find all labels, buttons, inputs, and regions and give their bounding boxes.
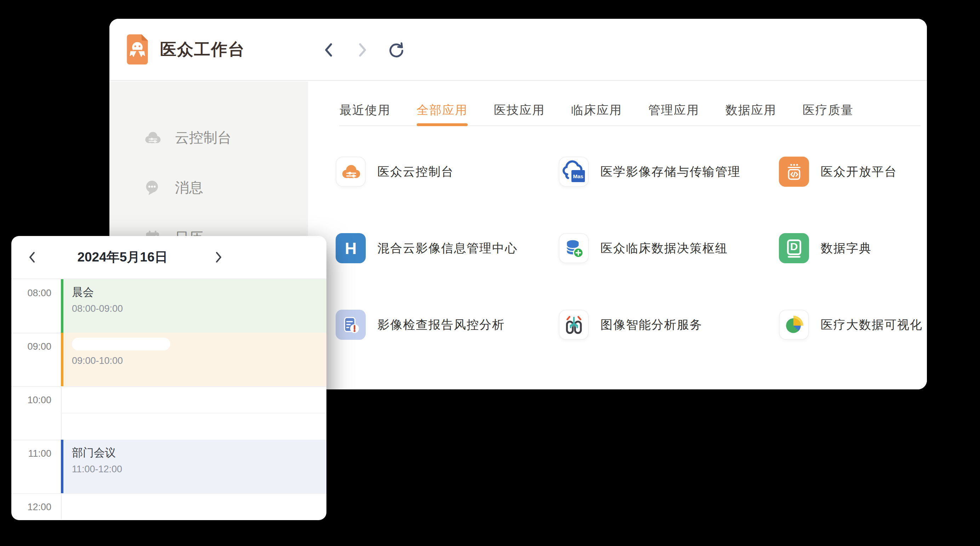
code-window-icon bbox=[779, 156, 809, 187]
dictionary-book-icon: D bbox=[779, 233, 809, 263]
app-label: 医众开放平台 bbox=[821, 164, 897, 180]
app-logo-icon bbox=[127, 34, 148, 64]
tab-label: 医疗质量 bbox=[803, 102, 854, 118]
sidebar-item-cloud-console[interactable]: 云控制台 bbox=[110, 113, 308, 163]
lungs-icon bbox=[559, 310, 589, 340]
main-content: 最近使用 全部应用 医技应用 临床应用 管理应用 数据应用 医疗质量 bbox=[308, 81, 927, 390]
report-alert-icon bbox=[336, 310, 366, 340]
time-label: 11:00 bbox=[11, 448, 51, 459]
cloud-storage-icon: Mas bbox=[559, 156, 589, 187]
app-label: 医学影像存储与传输管理 bbox=[600, 164, 741, 180]
back-button[interactable] bbox=[320, 42, 337, 58]
app-image-storage[interactable]: Mas 医学影像存储与传输管理 bbox=[559, 156, 779, 187]
d-glyph: D bbox=[779, 233, 809, 260]
app-grid: 医众云控制台 Mas 医学影像存储与传输管理 bbox=[336, 156, 923, 386]
database-plus-icon bbox=[559, 233, 589, 263]
time-label: 09:00 bbox=[11, 341, 51, 352]
app-label: 影像检查报告风控分析 bbox=[377, 317, 505, 333]
tab-data[interactable]: 数据应用 bbox=[725, 95, 776, 125]
event-time: 08:00-09:00 bbox=[72, 303, 326, 314]
app-label: 医疗大数据可视化 bbox=[821, 317, 923, 333]
event-time: 09:00-10:00 bbox=[72, 355, 326, 366]
event-title: 部门会议 bbox=[72, 445, 326, 460]
time-label: 08:00 bbox=[11, 288, 51, 299]
app-big-data-visualization[interactable]: 医疗大数据可视化 bbox=[779, 310, 923, 340]
time-label: 10:00 bbox=[11, 395, 51, 406]
app-cloud-console[interactable]: 医众云控制台 bbox=[336, 156, 559, 187]
app-image-ai-service[interactable]: 图像智能分析服务 bbox=[559, 310, 779, 340]
page-title: 医众工作台 bbox=[160, 38, 245, 61]
app-label: 混合云影像信息管理中心 bbox=[377, 240, 518, 257]
mas-badge: Mas bbox=[571, 170, 585, 182]
event-time: 11:00-12:00 bbox=[72, 464, 326, 475]
chevron-left-icon bbox=[27, 251, 37, 264]
app-label: 医众云控制台 bbox=[377, 164, 454, 180]
h-glyph: H bbox=[345, 239, 356, 258]
app-label: 数据字典 bbox=[821, 240, 872, 257]
app-category-tabs: 最近使用 全部应用 医技应用 临床应用 管理应用 数据应用 医疗质量 bbox=[339, 81, 921, 126]
event-morning-meeting[interactable]: 晨会 08:00-09:00 bbox=[61, 279, 326, 333]
cloud-console-icon bbox=[144, 129, 161, 147]
tab-label: 数据应用 bbox=[725, 102, 776, 118]
hour-gridline bbox=[11, 493, 326, 494]
cloud-sliders-icon bbox=[336, 156, 366, 187]
app-clinical-data-hub[interactable]: 医众临床数据决策枢纽 bbox=[559, 233, 779, 263]
chevron-right-icon bbox=[357, 42, 368, 58]
calendar-date-title: 2024年5月16日 bbox=[73, 248, 172, 266]
chevron-left-icon bbox=[323, 42, 334, 58]
tab-label: 医技应用 bbox=[494, 102, 545, 118]
forward-button[interactable] bbox=[355, 42, 371, 58]
pie-chart-icon bbox=[779, 310, 809, 340]
event-title: 晨会 bbox=[72, 285, 326, 300]
tab-management[interactable]: 管理应用 bbox=[648, 95, 699, 125]
chevron-right-icon bbox=[214, 251, 223, 264]
tab-label: 最近使用 bbox=[339, 102, 390, 118]
app-label: 医众临床数据决策枢纽 bbox=[600, 240, 728, 257]
app-hybrid-cloud-center[interactable]: H 混合云影像信息管理中心 bbox=[336, 233, 559, 263]
calendar-panel: 2024年5月16日 08:00 09:00 10:00 11:00 12:00… bbox=[11, 236, 326, 520]
app-open-platform[interactable]: 医众开放平台 bbox=[779, 156, 923, 187]
tab-label: 管理应用 bbox=[648, 102, 699, 118]
calendar-header: 2024年5月16日 bbox=[11, 236, 326, 279]
time-label: 12:00 bbox=[11, 502, 51, 513]
sidebar-item-label: 消息 bbox=[175, 178, 203, 197]
window-header: 医众工作台 bbox=[110, 19, 927, 81]
sidebar-item-messages[interactable]: 消息 bbox=[110, 163, 308, 212]
tab-clinical[interactable]: 临床应用 bbox=[571, 95, 622, 125]
message-bubble-icon bbox=[144, 179, 161, 196]
calendar-next-button[interactable] bbox=[212, 250, 226, 264]
event-department-meeting[interactable]: 部门会议 11:00-12:00 bbox=[61, 440, 326, 493]
calendar-prev-button[interactable] bbox=[25, 250, 39, 264]
refresh-icon bbox=[389, 42, 404, 58]
browser-nav bbox=[320, 19, 405, 81]
app-label: 图像智能分析服务 bbox=[600, 317, 702, 333]
redacted-title-pill bbox=[72, 338, 170, 350]
half-hour-gridline bbox=[61, 413, 326, 413]
calendar-day-view: 08:00 09:00 10:00 11:00 12:00 晨会 08:00-0… bbox=[11, 279, 326, 519]
tab-all-apps[interactable]: 全部应用 bbox=[417, 95, 468, 125]
tab-label: 全部应用 bbox=[417, 102, 468, 118]
tab-recent[interactable]: 最近使用 bbox=[339, 95, 390, 125]
hour-gridline bbox=[11, 386, 326, 387]
letter-h-icon: H bbox=[336, 233, 366, 263]
tab-medtech[interactable]: 医技应用 bbox=[494, 95, 545, 125]
app-data-dictionary[interactable]: D 数据字典 bbox=[779, 233, 923, 263]
app-report-risk-analysis[interactable]: 影像检查报告风控分析 bbox=[336, 310, 559, 340]
tab-label: 临床应用 bbox=[571, 102, 622, 118]
tab-quality[interactable]: 医疗质量 bbox=[803, 95, 854, 125]
event-redacted[interactable]: 09:00-10:00 bbox=[61, 333, 326, 386]
sidebar-item-label: 云控制台 bbox=[175, 128, 232, 147]
refresh-button[interactable] bbox=[388, 42, 405, 58]
